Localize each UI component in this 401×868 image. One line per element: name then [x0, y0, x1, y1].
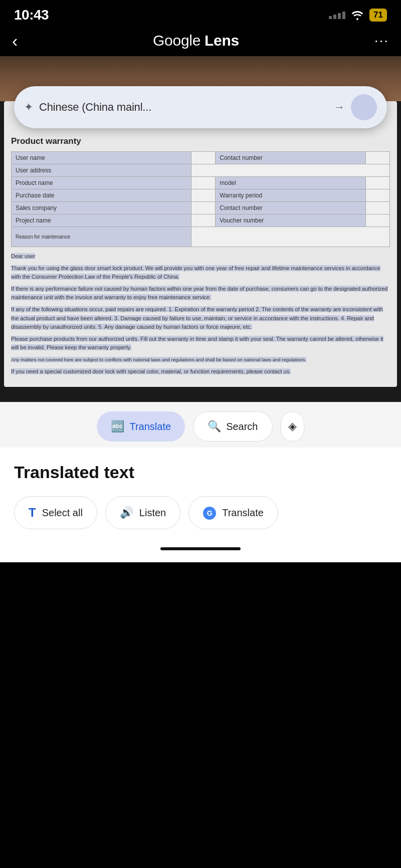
search-tab-button[interactable]: 🔍 Search [193, 411, 272, 442]
paragraph-4: Please purchase products from our author… [11, 335, 390, 352]
translate-button[interactable]: G Translate [188, 496, 278, 529]
image-bottom-padding [0, 387, 401, 402]
table-cell-label: model [216, 177, 365, 189]
table-cell-value [191, 214, 215, 227]
status-icons: 71 [329, 9, 387, 22]
paragraph-1: Thank you for using the glass door smart… [11, 264, 390, 282]
translated-text-section: Translated text T Select all 🔊 Listen G … [0, 448, 401, 539]
paragraph-3: If any of the following situations occur… [11, 305, 390, 332]
table-cell-value [365, 214, 389, 227]
more-tab-button[interactable]: ◈ [281, 411, 304, 442]
paragraph-6: If you need a special customized door lo… [11, 367, 390, 376]
document-title: Product warranty [11, 136, 390, 146]
table-cell-label: Voucher number [216, 214, 365, 227]
table-row: User name Contact number [12, 152, 390, 164]
table-row: User address [12, 164, 390, 177]
home-indicator-area [0, 539, 401, 562]
document-container: ✦ Chinese (China mainl... → Product warr… [4, 101, 397, 387]
sparkle-icon: ✦ [24, 101, 33, 114]
table-cell-label: Contact number [216, 152, 365, 164]
search-tab-icon: 🔍 [208, 420, 221, 433]
text-icon: T [29, 506, 36, 520]
table-cell-label: Contact number [216, 202, 365, 214]
table-row: Project name Voucher number [12, 214, 390, 227]
battery-indicator: 71 [369, 9, 387, 22]
translation-bar[interactable]: ✦ Chinese (China mainl... → [14, 86, 387, 128]
table-cell-value [191, 177, 215, 189]
table-cell-value [365, 189, 389, 202]
listen-label: Listen [139, 507, 166, 519]
translate-label: Translate [222, 507, 264, 519]
speaker-icon: 🔊 [120, 506, 133, 519]
table-cell-value [365, 177, 389, 189]
nav-bar: ‹ Google Lens ··· [0, 27, 401, 56]
listen-button[interactable]: 🔊 Listen [105, 496, 180, 529]
google-translate-icon: G [203, 506, 216, 520]
table-row: Sales company Contact number [12, 202, 390, 214]
table-cell-value [191, 189, 215, 202]
paragraph-2: If there is any performance failure not … [11, 285, 390, 302]
lens-image-area: ✦ Chinese (China mainl... → Product warr… [0, 56, 401, 402]
table-cell-label: Warranty period [216, 189, 365, 202]
table-cell-label: Project name [12, 214, 191, 227]
table-cell-label: Purchase date [12, 189, 191, 202]
translated-section-title: Translated text [14, 463, 387, 482]
select-all-button[interactable]: T Select all [14, 496, 97, 529]
table-cell-value [191, 152, 215, 164]
search-tab-label: Search [226, 421, 258, 432]
greeting-text: Dear user [11, 253, 35, 259]
more-tab-icon: ◈ [288, 420, 297, 433]
table-cell-label: User name [12, 152, 191, 164]
select-all-label: Select all [42, 507, 83, 519]
back-button[interactable]: ‹ [12, 32, 18, 49]
table-cell-value [365, 152, 389, 164]
more-menu-button[interactable]: ··· [374, 33, 389, 49]
table-cell-label: Reason for maintenance [12, 227, 191, 247]
paragraph-5: Any matters not covered here are subject… [11, 355, 390, 364]
table-cell-label: User address [12, 164, 191, 177]
arrow-icon: → [334, 101, 345, 114]
wifi-icon [350, 10, 364, 20]
status-bar: 10:43 71 [0, 0, 401, 27]
table-row: Reason for maintenance [12, 227, 390, 247]
table-cell-label: Product name [12, 177, 191, 189]
table-row: Product name model [12, 177, 390, 189]
table-cell-value [191, 164, 389, 177]
warranty-table: User name Contact number User address Pr… [11, 151, 390, 247]
bottom-tab-bar: 🔤 Translate 🔍 Search ◈ [0, 402, 401, 448]
translate-tab-label: Translate [129, 421, 171, 432]
signal-icon [329, 12, 345, 19]
table-row: Purchase date Warranty period [12, 189, 390, 202]
table-cell-value [365, 202, 389, 214]
translate-tab-icon: 🔤 [111, 420, 124, 433]
greeting-block: Dear user [11, 252, 390, 261]
table-cell-value [191, 227, 389, 247]
app-title: Google Lens [153, 32, 239, 49]
language-selector[interactable]: Chinese (China mainl... [39, 101, 328, 114]
status-time: 10:43 [14, 7, 49, 23]
action-buttons-row: T Select all 🔊 Listen G Translate [14, 496, 387, 529]
translate-tab-button[interactable]: 🔤 Translate [97, 411, 185, 442]
home-indicator-bar [160, 547, 241, 550]
avatar [351, 94, 377, 120]
table-cell-label: Sales company [12, 202, 191, 214]
table-cell-value [191, 202, 215, 214]
